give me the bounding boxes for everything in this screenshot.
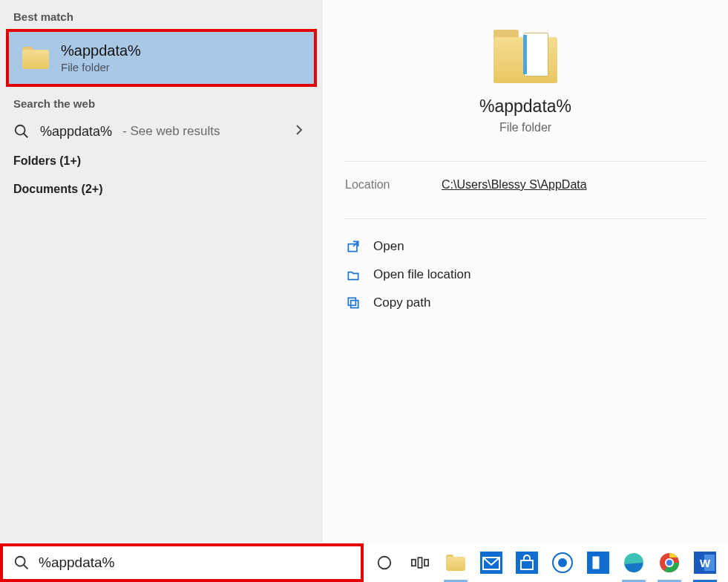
cortana-icon[interactable] bbox=[370, 548, 399, 578]
action-label: Copy path bbox=[373, 295, 431, 310]
taskbar-app-dell[interactable] bbox=[548, 548, 577, 578]
svg-rect-9 bbox=[412, 560, 416, 566]
svg-point-16 bbox=[558, 558, 567, 567]
action-label: Open file location bbox=[373, 267, 470, 282]
location-row: Location C:\Users\Blessy S\AppData bbox=[323, 175, 728, 205]
search-icon bbox=[13, 555, 30, 571]
task-view-icon[interactable] bbox=[405, 548, 435, 578]
svg-rect-18 bbox=[592, 556, 600, 569]
svg-rect-4 bbox=[351, 301, 358, 308]
best-match-result[interactable]: %appdata% File folder bbox=[6, 29, 317, 87]
detail-title: %appdata% bbox=[479, 97, 571, 117]
action-label: Open bbox=[373, 239, 404, 254]
svg-line-7 bbox=[24, 565, 28, 569]
folder-icon bbox=[446, 555, 465, 571]
search-icon bbox=[13, 123, 30, 140]
svg-rect-5 bbox=[348, 298, 355, 305]
open-icon bbox=[345, 238, 361, 255]
svg-point-8 bbox=[378, 557, 391, 569]
web-result-hint: - See web results bbox=[122, 124, 220, 139]
chrome-icon bbox=[659, 552, 680, 573]
svg-rect-11 bbox=[424, 560, 428, 566]
best-match-subtitle: File folder bbox=[61, 61, 141, 73]
svg-text:W: W bbox=[700, 557, 711, 569]
copy-icon bbox=[345, 295, 361, 311]
office-icon bbox=[587, 552, 609, 574]
action-copy-path[interactable]: Copy path bbox=[323, 289, 728, 317]
divider bbox=[345, 218, 706, 219]
best-match-title: %appdata% bbox=[61, 42, 141, 59]
search-results-pane: Best match %appdata% File folder Search … bbox=[0, 0, 323, 543]
web-result-term: %appdata% bbox=[40, 124, 112, 140]
category-documents[interactable]: Documents (2+) bbox=[0, 175, 323, 203]
dell-icon bbox=[552, 552, 573, 573]
taskbar: W bbox=[0, 543, 728, 582]
action-open[interactable]: Open bbox=[323, 232, 728, 261]
folder-icon bbox=[22, 47, 49, 69]
location-path-link[interactable]: C:\Users\Blessy S\AppData bbox=[442, 178, 587, 192]
svg-point-0 bbox=[16, 125, 25, 135]
svg-point-23 bbox=[666, 560, 672, 566]
search-input[interactable] bbox=[39, 555, 350, 571]
detail-pane: %appdata% File folder Location C:\Users\… bbox=[323, 0, 728, 543]
svg-point-6 bbox=[16, 557, 25, 566]
open-location-icon bbox=[345, 267, 361, 283]
best-match-header: Best match bbox=[0, 0, 323, 29]
chevron-right-icon bbox=[295, 124, 309, 140]
svg-rect-2 bbox=[348, 244, 357, 252]
taskbar-app-explorer[interactable] bbox=[441, 548, 470, 578]
taskbar-app-edge[interactable] bbox=[619, 548, 649, 578]
svg-line-1 bbox=[24, 134, 28, 138]
mail-icon bbox=[480, 552, 502, 574]
taskbar-app-office[interactable] bbox=[583, 548, 613, 578]
location-label: Location bbox=[345, 178, 442, 192]
search-web-header: Search the web bbox=[0, 87, 323, 116]
taskbar-app-chrome[interactable] bbox=[655, 548, 684, 578]
folder-hero-icon bbox=[493, 30, 557, 83]
divider bbox=[345, 161, 706, 162]
taskbar-app-mail[interactable] bbox=[476, 548, 506, 578]
action-open-location[interactable]: Open file location bbox=[323, 261, 728, 289]
svg-rect-10 bbox=[418, 558, 422, 568]
taskbar-app-word[interactable]: W bbox=[690, 548, 720, 578]
category-folders[interactable]: Folders (1+) bbox=[0, 147, 323, 175]
store-icon bbox=[516, 552, 538, 574]
word-icon: W bbox=[694, 552, 716, 574]
detail-subtitle: File folder bbox=[499, 121, 551, 134]
web-search-result[interactable]: %appdata% - See web results bbox=[0, 116, 323, 147]
taskbar-search-box[interactable] bbox=[0, 543, 364, 582]
taskbar-app-store[interactable] bbox=[512, 548, 542, 578]
edge-icon bbox=[623, 552, 644, 573]
